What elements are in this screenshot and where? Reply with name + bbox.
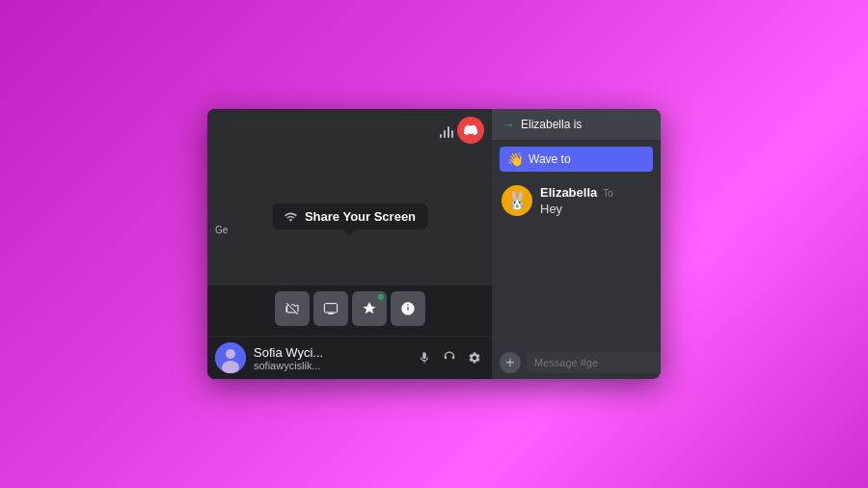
message-header: Elizabella To xyxy=(540,185,651,200)
message-input-area: + xyxy=(492,346,661,379)
user-settings-button[interactable] xyxy=(465,348,484,367)
right-panel: → Elizabella is 👋 Wave to 🐰 Elizabella T… xyxy=(492,109,661,379)
svg-point-2 xyxy=(226,349,235,359)
add-attachment-button[interactable]: + xyxy=(500,352,521,373)
notification-bar: → Elizabella is xyxy=(492,109,661,141)
wave-emoji-icon: 👋 xyxy=(507,151,524,167)
user-controls xyxy=(415,348,484,367)
message-text: Hey xyxy=(540,202,651,216)
activity-button[interactable] xyxy=(352,291,387,326)
activity-dot-indicator xyxy=(378,294,384,300)
share-screen-icon xyxy=(284,210,297,224)
share-screen-button[interactable] xyxy=(313,291,348,326)
more-options-button[interactable] xyxy=(391,291,425,326)
notification-text: Elizabella is xyxy=(521,118,582,131)
wave-label: Wave to xyxy=(529,152,571,166)
bars-icon xyxy=(440,122,454,138)
message-avatar: 🐰 xyxy=(502,185,532,216)
disconnect-button[interactable] xyxy=(457,117,484,144)
user-info: Sofia Wyci... sofiawycislik... xyxy=(254,345,407,371)
user-display-name: Sofia Wyci... xyxy=(254,345,407,360)
message-item: 🐰 Elizabella To Hey xyxy=(502,185,651,216)
video-area: Share Your Screen Ge xyxy=(207,109,492,285)
get-label: Ge xyxy=(215,225,228,235)
user-row: Sofia Wyci... sofiawycislik... xyxy=(207,336,492,379)
camera-off-button[interactable] xyxy=(275,291,310,326)
user-avatar-image xyxy=(215,342,246,373)
message-time: To xyxy=(603,188,613,199)
user-handle: sofiawycislik... xyxy=(254,360,407,371)
headphones-button[interactable] xyxy=(440,348,459,367)
toolbar-area xyxy=(207,285,492,336)
message-input[interactable] xyxy=(527,352,661,373)
message-content: Elizabella To Hey xyxy=(540,185,651,216)
app-window: Share Your Screen Ge xyxy=(207,109,661,379)
svg-rect-0 xyxy=(324,304,337,312)
voice-indicator xyxy=(440,117,485,144)
notification-arrow: → xyxy=(502,117,515,132)
message-area: 🐰 Elizabella To Hey xyxy=(492,177,661,346)
user-avatar xyxy=(215,342,246,373)
wave-button[interactable]: 👋 Wave to xyxy=(500,147,653,172)
toolbar-row xyxy=(215,291,484,326)
mic-button[interactable] xyxy=(415,348,434,367)
left-panel: Share Your Screen Ge xyxy=(207,109,492,379)
message-sender: Elizabella xyxy=(540,185,597,200)
share-tooltip: Share Your Screen xyxy=(272,203,427,230)
